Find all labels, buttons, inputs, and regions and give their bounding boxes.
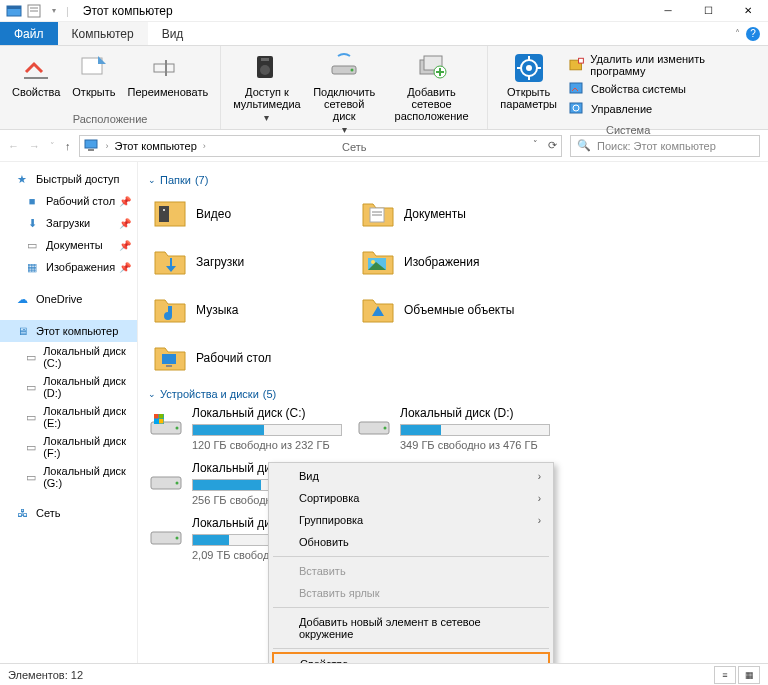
group-location-label: Расположение [6,111,214,127]
tab-computer[interactable]: Компьютер [58,22,148,45]
drive-icon [148,518,184,554]
folder-name: Видео [196,207,231,221]
sidebar-desktop[interactable]: ■Рабочий стол📌 [0,190,137,212]
folder-item[interactable]: ">Документы [356,192,556,236]
media-access-button[interactable]: Доступ к мультимедиа▾ [227,48,307,127]
recent-dropdown[interactable]: ˅ [50,141,55,151]
folder-item[interactable]: Рабочий стол [148,336,348,380]
search-input[interactable]: 🔍 Поиск: Этот компьютер [570,135,760,157]
svg-rect-10 [261,58,269,61]
sidebar-pictures[interactable]: ▦Изображения📌 [0,256,137,278]
tab-view[interactable]: Вид [148,22,198,45]
drive-usage-bar [400,424,550,436]
view-large-button[interactable]: ▦ [738,666,760,684]
drive-icon: ▭ [24,439,37,455]
breadcrumb-segment[interactable]: Этот компьютер [115,140,197,152]
svg-rect-27 [570,83,582,93]
sidebar-drive-e[interactable]: ▭Локальный диск (E:) [0,402,137,432]
uninstall-program-button[interactable]: Удалить или изменить программу [567,52,758,78]
folder-icon [152,244,188,280]
svg-rect-47 [154,419,159,424]
folder-icon [152,196,188,232]
drive-name: Локальный диск (C:) [192,406,348,420]
map-drive-button[interactable]: Подключить сетевой диск▾ [307,48,382,139]
drive-icon [148,463,184,499]
drive-item[interactable]: Локальный диск (D:) 349 ГБ свободно из 4… [356,406,556,451]
section-drives[interactable]: ⌄ Устройства и диски (5) [148,388,758,400]
open-settings-button[interactable]: Открыть параметры [494,48,563,114]
cm-view[interactable]: Вид› [271,465,551,487]
folder-icon [152,340,188,376]
sidebar-drive-f[interactable]: ▭Локальный диск (F:) [0,432,137,462]
view-details-button[interactable]: ≡ [714,666,736,684]
svg-rect-1 [7,6,21,9]
pictures-icon: ▦ [24,259,40,275]
sidebar-onedrive[interactable]: ☁OneDrive [0,288,137,310]
folder-item[interactable]: Объемные объекты [356,288,556,332]
qat-dropdown-icon[interactable]: ▾ [46,3,62,19]
folder-icon: "> [360,196,396,232]
chevron-right-icon[interactable]: › [106,141,109,151]
folder-item[interactable]: Изображения [356,240,556,284]
folder-item[interactable]: Загрузки [148,240,348,284]
chevron-right-icon[interactable]: › [203,141,206,151]
network-icon: 🖧 [14,505,30,521]
downloads-icon: ⬇ [24,215,40,231]
sidebar-quick-access[interactable]: ★Быстрый доступ [0,168,137,190]
folder-name: Документы [404,207,466,221]
folder-name: Рабочий стол [196,351,271,365]
system-properties-button[interactable]: Свойства системы [567,80,758,98]
drive-name: Локальный диск (D:) [400,406,556,420]
minimize-button[interactable]: ─ [648,0,688,22]
svg-rect-48 [159,419,164,424]
drive-item[interactable]: Локальный диск (C:) 120 ГБ свободно из 2… [148,406,348,451]
addr-dropdown-icon[interactable]: ˅ [533,139,538,152]
cm-group[interactable]: Группировка› [271,509,551,531]
drive-free-space: 120 ГБ свободно из 232 ГБ [192,439,348,451]
maximize-button[interactable]: ☐ [688,0,728,22]
close-button[interactable]: ✕ [728,0,768,22]
chevron-down-icon: ⌄ [148,175,156,185]
add-network-button[interactable]: Добавить сетевое расположение [382,48,482,126]
svg-rect-26 [579,58,584,63]
sidebar-drive-c[interactable]: ▭Локальный диск (C:) [0,342,137,372]
app-icon [6,3,22,19]
properties-button[interactable]: Свойства [6,48,66,102]
svg-point-43 [176,427,179,430]
forward-button[interactable]: → [29,140,40,152]
drive-icon: ▭ [24,409,37,425]
cm-refresh[interactable]: Обновить [271,531,551,553]
collapse-ribbon-icon[interactable]: ˄ [735,28,740,39]
rename-button[interactable]: Переименовать [122,48,215,102]
sidebar-network[interactable]: 🖧Сеть [0,502,137,524]
svg-rect-46 [159,414,164,419]
refresh-icon[interactable]: ⟳ [548,139,557,152]
folder-item[interactable]: Музыка [148,288,348,332]
svg-point-20 [526,65,532,71]
sidebar-downloads[interactable]: ⬇Загрузки📌 [0,212,137,234]
chevron-right-icon: › [538,471,541,482]
address-row: ← → ˅ ↑ › Этот компьютер › ˅ ⟳ 🔍 Поиск: … [0,130,768,162]
sidebar: ★Быстрый доступ ■Рабочий стол📌 ⬇Загрузки… [0,162,138,663]
manage-button[interactable]: Управление [567,100,758,118]
cm-paste-shortcut: Вставить ярлык [271,582,551,604]
open-button[interactable]: Открыть [66,48,121,102]
help-icon[interactable]: ? [746,27,760,41]
folder-item[interactable]: Видео [148,192,348,236]
chevron-down-icon: ⌄ [148,389,156,399]
section-folders[interactable]: ⌄ Папки (7) [148,174,758,186]
qat-properties-icon[interactable] [26,3,42,19]
cm-sort[interactable]: Сортировка› [271,487,551,509]
sidebar-documents[interactable]: ▭Документы📌 [0,234,137,256]
sidebar-drive-g[interactable]: ▭Локальный диск (G:) [0,462,137,492]
back-button[interactable]: ← [8,140,19,152]
tab-file[interactable]: Файл [0,22,58,45]
sidebar-drive-d[interactable]: ▭Локальный диск (D:) [0,372,137,402]
drive-icon [148,408,184,444]
up-button[interactable]: ↑ [65,140,71,152]
address-bar[interactable]: › Этот компьютер › ˅ ⟳ [79,135,563,157]
sidebar-this-pc[interactable]: 🖥Этот компьютер [0,320,137,342]
cm-add-network[interactable]: Добавить новый элемент в сетевое окружен… [271,611,551,645]
window-title: Этот компьютер [83,4,173,18]
drive-icon: ▭ [24,379,37,395]
